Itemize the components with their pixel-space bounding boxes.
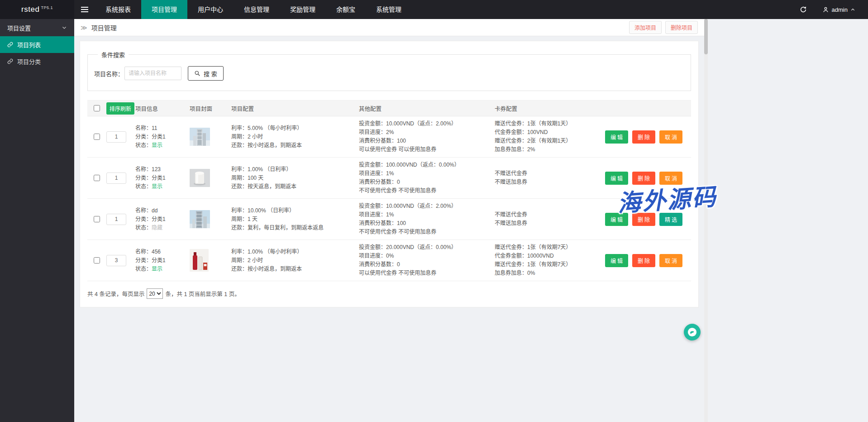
coupon-line: 不赠送代金券: [495, 211, 605, 219]
config-line: 还款：按小时返息，到期返本: [231, 265, 359, 273]
project-category: 分类：分类1: [135, 215, 190, 224]
delete-button[interactable]: 删除: [632, 172, 655, 185]
coupon-line: 赠送代金券：1张（有效期7天）: [495, 260, 605, 269]
main-menu: 系统报表 项目管理 用户中心 信息管理 奖励管理 余额宝 系统管理: [95, 0, 412, 19]
header-project-cover: 项目封面: [190, 104, 231, 113]
page-size-select[interactable]: 20: [147, 288, 163, 299]
sidebar-item-project-category[interactable]: 项目分类: [0, 53, 74, 70]
nav-item-rewards[interactable]: 奖励管理: [280, 0, 326, 19]
project-status: 状态：显示: [135, 182, 190, 191]
sort-order-input[interactable]: [106, 173, 126, 184]
project-status: 状态：显示: [135, 141, 190, 150]
leaf-swirl-icon: [687, 327, 697, 337]
sidebar-group-title: 项目设置: [7, 24, 31, 32]
delete-button[interactable]: 删除: [632, 254, 655, 267]
table-header: 排序刷新 项目信息 项目封面 项目配置 其他配置 卡券配置: [87, 100, 691, 116]
project-cover-image: [190, 128, 210, 146]
delete-project-button[interactable]: 删除项目: [665, 21, 698, 34]
logo-text: rsted: [21, 5, 39, 14]
delete-button[interactable]: 删除: [632, 130, 655, 144]
edit-button[interactable]: 编辑: [605, 172, 628, 185]
hamburger-menu-icon[interactable]: [74, 0, 95, 19]
status-value: 显示: [152, 142, 162, 149]
other-config-line: 可以使用代金券 可以使用加息券: [359, 145, 495, 154]
sort-order-input[interactable]: [106, 255, 126, 266]
project-status: 状态：显示: [135, 265, 190, 273]
row-checkbox[interactable]: [94, 216, 100, 222]
coupon-line: 不赠送代金券: [495, 169, 605, 178]
project-name: 名称：123: [135, 165, 190, 174]
edit-button[interactable]: 编辑: [605, 130, 628, 144]
coupon-line: 加息券加息：0%: [495, 269, 605, 278]
project-status: 状态：隐藏: [135, 224, 190, 232]
status-value: 显示: [152, 266, 162, 272]
page-title: 项目管理: [91, 23, 117, 32]
search-legend: 条件搜索: [98, 50, 129, 59]
scrollbar-thumb[interactable]: [704, 19, 708, 54]
project-cover-image: [190, 210, 210, 228]
project-cover-image: [190, 249, 209, 272]
breadcrumb-bar: ≫ 项目管理 添加项目 删除项目: [74, 19, 704, 36]
other-config-line: 投资金额：100.000VND（返点：0.00%）: [359, 161, 495, 169]
nav-item-info[interactable]: 信息管理: [234, 0, 280, 19]
cancel-button[interactable]: 取消: [659, 130, 682, 144]
nav-item-users[interactable]: 用户中心: [187, 0, 234, 19]
project-category: 分类：分类1: [135, 133, 190, 141]
edit-button[interactable]: 编辑: [605, 213, 628, 226]
other-config-line: 不可使用代金券 不可使用加息券: [359, 228, 495, 236]
header-coupon-config: 卡券配置: [495, 104, 605, 113]
sidebar-group-project-settings[interactable]: 项目设置: [0, 19, 74, 36]
cancel-button[interactable]: 取消: [659, 254, 682, 267]
config-line: 利率：5.00% （每小时利率）: [231, 124, 359, 133]
pagination-bar: 共 4 条记录，每页显示 20 条，共 1 页当前显示第 1 页。: [87, 288, 691, 299]
sidebar-item-project-list[interactable]: 项目列表: [0, 36, 74, 53]
other-config-line: 项目进度：1%: [359, 211, 495, 219]
header-project-info: 项目信息: [135, 104, 190, 113]
config-line: 利率：1.00% （每小时利率）: [231, 248, 359, 256]
navbar-right: admin: [800, 0, 868, 19]
row-checkbox[interactable]: [94, 257, 100, 264]
sort-order-input[interactable]: [106, 131, 126, 143]
vertical-scrollbar[interactable]: [704, 19, 708, 422]
sort-refresh-button[interactable]: 排序刷新: [106, 102, 134, 115]
other-config-line: 消费积分基数：0: [359, 260, 495, 269]
search-button[interactable]: 搜 索: [188, 66, 224, 81]
status-value: 隐藏: [152, 225, 162, 231]
top-navbar: rstedTP5.1 系统报表 项目管理 用户中心 信息管理 奖励管理 余额宝 …: [0, 0, 868, 19]
other-config-line: 可以使用代金券 不可使用加息券: [359, 269, 495, 278]
sort-order-input[interactable]: [106, 214, 126, 225]
pagination-suffix: 条，共 1 页当前显示第 1 页。: [165, 289, 240, 298]
row-checkbox[interactable]: [94, 175, 100, 181]
nav-item-yuebao[interactable]: 余额宝: [326, 0, 366, 19]
refresh-icon[interactable]: [800, 6, 807, 13]
user-menu[interactable]: admin: [822, 6, 855, 13]
nav-item-projects[interactable]: 项目管理: [141, 0, 187, 19]
username: admin: [832, 6, 848, 13]
other-config-line: 投资金额：10.000VND（返点：2.00%）: [359, 202, 495, 211]
row-checkbox[interactable]: [94, 134, 100, 140]
nav-item-reports[interactable]: 系统报表: [95, 0, 141, 19]
coupon-line: 代金券金额：100VND: [495, 128, 605, 137]
search-row: 项目名称： 搜 索: [94, 66, 684, 81]
coupon-line: 加息券加息：2%: [495, 145, 605, 154]
project-name-input[interactable]: [124, 67, 181, 80]
main-area: ≫ 项目管理 添加项目 删除项目 条件搜索 项目名称： 搜 索: [74, 19, 868, 422]
floating-service-button[interactable]: [684, 324, 701, 340]
cancel-button[interactable]: 取消: [659, 172, 682, 185]
edit-button[interactable]: 编辑: [605, 254, 628, 267]
delete-button[interactable]: 删除: [632, 213, 655, 226]
nav-item-system[interactable]: 系统管理: [366, 0, 412, 19]
project-name: 名称：dd: [135, 206, 190, 215]
select-all-checkbox[interactable]: [94, 105, 100, 111]
featured-button[interactable]: 精选: [659, 213, 682, 226]
link-icon: [7, 58, 13, 64]
search-fieldset: 条件搜索 项目名称： 搜 索: [87, 50, 691, 91]
other-config-line: 投资金额：20.000VND（返点：0.00%）: [359, 243, 495, 252]
project-cover-image: [190, 169, 210, 187]
table-row: 名称：456 分类：分类1 状态：显示 利率：1.00% （每小时利率） 周期：…: [87, 240, 691, 281]
sidebar: 项目设置 项目列表 项目分类: [0, 19, 74, 422]
add-project-button[interactable]: 添加项目: [629, 21, 662, 34]
config-line: 周期：100 天: [231, 174, 359, 182]
coupon-line: 赠送代金券：2张（有效期1天）: [495, 137, 605, 145]
logo-version: TP5.1: [41, 5, 53, 10]
